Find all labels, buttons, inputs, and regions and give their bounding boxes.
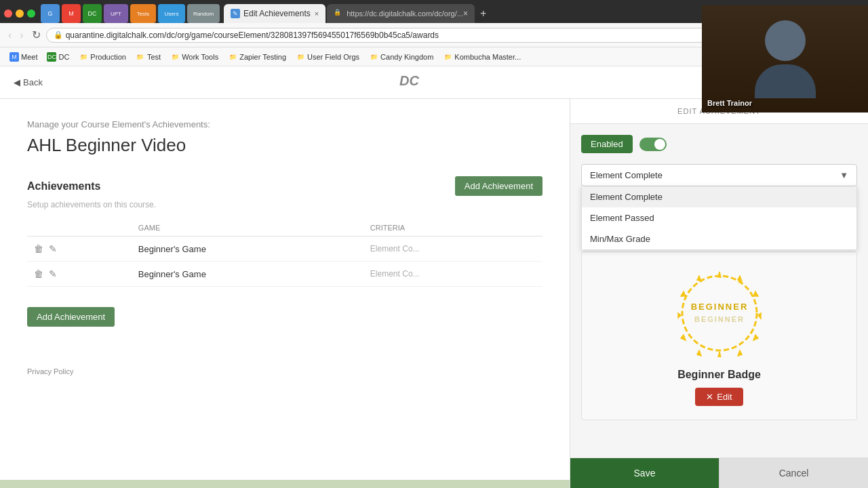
bookmark-kombucha-label: Kombucha Master... <box>454 53 521 61</box>
svg-text:BEGINNER: BEGINNER <box>690 302 748 312</box>
svg-marker-10 <box>718 352 721 357</box>
manage-label: Manage your Course Element's Achievement… <box>27 119 542 129</box>
achievements-header: Achievements Add Achievement <box>27 176 542 196</box>
pinned-tab-upt[interactable]: UPT <box>104 4 128 23</box>
add-achievement-btn-bottom[interactable]: Add Achievement <box>27 307 115 327</box>
pinned-tabs: G M DC UPT Tests Users Random <box>41 4 220 23</box>
svg-marker-8 <box>753 335 758 340</box>
privacy-link[interactable]: Privacy Policy <box>27 367 542 375</box>
svg-marker-15 <box>697 276 701 281</box>
bookmark-production-label: Production <box>90 53 126 61</box>
svg-marker-12 <box>681 335 686 340</box>
bookmark-zapier[interactable]: 📁 Zapier Testing <box>224 51 290 63</box>
maximize-window-btn[interactable] <box>27 9 35 18</box>
achievements-section: Achievements Add Achievement Setup achie… <box>27 176 542 327</box>
folder-icon-work-tools: 📁 <box>170 52 180 62</box>
dc-icon: DC <box>47 52 56 62</box>
inactive-tab[interactable]: 🔒 https://dc.digitalchalk.com/dc/org/...… <box>327 4 475 23</box>
achievements-title: Achievements <box>27 180 101 192</box>
bookmark-user-field[interactable]: 📁 User Field Orgs <box>292 51 363 63</box>
svg-marker-5 <box>738 276 742 281</box>
dropdown-selected-value: Element Complete <box>590 170 663 180</box>
row-game-2: Beginner's Game <box>132 262 363 287</box>
edit-icon-1[interactable]: ✎ <box>49 243 57 254</box>
new-tab-btn[interactable]: + <box>475 5 492 22</box>
bookmark-user-field-label: User Field Orgs <box>307 53 359 61</box>
bookmark-candy-label: Candy Kingdom <box>380 53 433 61</box>
minimize-window-btn[interactable] <box>16 9 24 18</box>
left-panel: Manage your Course Element's Achievement… <box>0 99 570 488</box>
forward-nav-btn[interactable]: › <box>17 28 26 43</box>
criteria-dropdown[interactable]: Element Complete ▼ <box>581 164 857 186</box>
active-tab[interactable]: ✎ Edit Achievements × <box>224 4 326 23</box>
svg-marker-11 <box>697 350 701 356</box>
dropdown-container: Element Complete ▼ Element Complete Elem… <box>581 164 857 250</box>
inactive-tab-icon: 🔒 <box>334 9 343 18</box>
bookmark-zapier-label: Zapier Testing <box>239 53 286 61</box>
pinned-tab-2[interactable]: M <box>62 4 81 23</box>
bookmark-kombucha[interactable]: 📁 Kombucha Master... <box>439 51 525 63</box>
cancel-btn[interactable]: Cancel <box>719 458 868 488</box>
option-minmax-grade[interactable]: Min/Max Grade <box>582 228 856 249</box>
folder-icon-candy: 📁 <box>369 52 378 62</box>
edit-badge-label: Edit <box>717 392 732 402</box>
achievements-table: GAME CRITERIA 🗑 ✎ Begin <box>27 220 542 287</box>
add-achievement-btn[interactable]: Add Achievement <box>455 176 542 196</box>
svg-marker-4 <box>718 272 721 277</box>
enabled-toggle[interactable] <box>639 138 667 151</box>
badge-section: BEGINNER BEGINNER <box>581 251 857 420</box>
edit-badge-btn[interactable]: ✕ Edit <box>695 388 743 406</box>
row-criteria-1: Element Co... <box>363 237 542 262</box>
bookmark-production[interactable]: 📁 Production <box>75 51 130 63</box>
video-person <box>755 20 816 98</box>
inactive-tab-label: https://dc.digitalchalk.com/dc/org/... <box>347 9 463 18</box>
right-panel: EDIT ACHIEVEMENT Enabled Element Complet… <box>570 99 868 488</box>
svg-marker-14 <box>681 291 686 296</box>
bookmark-test[interactable]: 📁 Test <box>132 51 165 63</box>
modal-footer: Save Cancel <box>570 458 868 488</box>
row-actions-2: 🗑 ✎ <box>34 268 125 279</box>
bookmark-candy[interactable]: 📁 Candy Kingdom <box>365 51 437 63</box>
folder-icon-production: 📁 <box>79 52 88 62</box>
badge-svg: BEGINNER BEGINNER <box>675 269 764 357</box>
pinned-tab-tests[interactable]: Tests <box>130 4 156 23</box>
active-tab-label: Edit Achievements <box>243 9 311 18</box>
col-actions <box>27 220 132 237</box>
svg-marker-13 <box>678 313 681 318</box>
bookmark-dc-label: DC <box>58 53 69 61</box>
pinned-tab-3[interactable]: DC <box>83 4 102 23</box>
pinned-tab-1[interactable]: G <box>41 4 60 23</box>
pinned-tab-random[interactable]: Random <box>187 4 220 23</box>
achievements-subtitle: Setup achievements on this course. <box>27 200 542 209</box>
video-name: Brett Trainor <box>707 99 752 107</box>
bookmark-dc[interactable]: DC DC <box>43 51 73 63</box>
tab-close-btn[interactable]: × <box>315 9 319 18</box>
back-nav-btn[interactable]: ‹ <box>5 28 14 43</box>
edit-icon-2[interactable]: ✎ <box>49 268 57 279</box>
delete-icon-2[interactable]: 🗑 <box>34 268 43 279</box>
back-link[interactable]: ◀ Back <box>14 77 43 87</box>
save-btn[interactable]: Save <box>570 458 719 488</box>
bookmark-meet[interactable]: M Meet <box>5 51 41 63</box>
main-area: Manage your Course Element's Achievement… <box>0 99 868 488</box>
x-icon: ✕ <box>706 392 713 402</box>
badge-name: Beginner Badge <box>595 369 843 381</box>
page-scrollbar[interactable] <box>0 480 570 488</box>
video-overlay: Brett Trainor <box>702 5 868 113</box>
address-bar[interactable]: 🔒 quarantine.digitalchalk.com/dc/org/gam… <box>46 28 762 43</box>
inactive-tab-close[interactable]: × <box>463 9 468 18</box>
close-window-btn[interactable] <box>4 9 12 18</box>
logo: DC <box>396 70 437 95</box>
delete-icon-1[interactable]: 🗑 <box>34 243 43 254</box>
option-element-passed[interactable]: Element Passed <box>582 207 856 228</box>
reload-btn[interactable]: ↻ <box>29 27 43 43</box>
person-body <box>755 64 816 98</box>
row-actions-1: 🗑 ✎ <box>34 243 125 254</box>
enabled-btn[interactable]: Enabled <box>581 135 633 153</box>
folder-icon-zapier: 📁 <box>228 52 237 62</box>
back-arrow-icon: ◀ <box>14 77 20 87</box>
pinned-tab-users[interactable]: Users <box>158 4 185 23</box>
svg-text:DC: DC <box>399 73 419 88</box>
option-element-complete[interactable]: Element Complete <box>582 186 856 207</box>
bookmark-work-tools[interactable]: 📁 Work Tools <box>166 51 222 63</box>
